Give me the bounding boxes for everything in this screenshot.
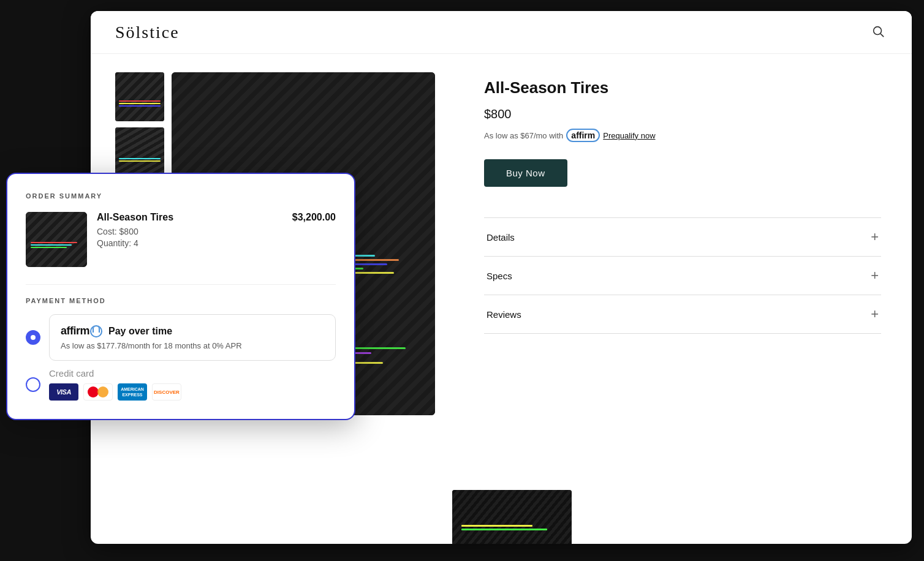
prequalify-link[interactable]: Prequalify now	[603, 131, 655, 140]
order-item-image	[26, 212, 87, 267]
affirm-monthly-text: As low as $177.78/month for 18 months at…	[61, 341, 324, 350]
svg-point-0	[874, 27, 882, 35]
accordion-reviews: Reviews +	[484, 295, 881, 334]
thumbnail-2[interactable]	[115, 127, 164, 176]
credit-card-option[interactable]: Credit card VISA AMERICANEXPRESS DISCOVE…	[26, 368, 336, 401]
affirm-radio-button[interactable]	[26, 330, 40, 345]
affirm-payment-option[interactable]: affirm Pay over time As low as $177.78/m…	[26, 314, 336, 361]
affirm-brand-logo: affirm	[61, 325, 102, 337]
affirm-circle-logo	[90, 325, 102, 337]
header: Sölstice	[91, 11, 912, 54]
order-item-info: All-Season Tires Cost: $800 Quantity: 4	[97, 212, 282, 250]
reviews-expand-icon: +	[871, 307, 879, 321]
product-title: All-Season Tires	[484, 78, 881, 97]
product-price: $800	[484, 107, 881, 121]
affirm-logo: affirm	[566, 129, 600, 142]
order-item-total: $3,200.00	[292, 212, 336, 223]
affirm-card-header: affirm Pay over time	[61, 325, 324, 337]
details-expand-icon: +	[871, 230, 879, 244]
affirm-prefix-text: As low as $67/mo with	[484, 131, 563, 140]
affirm-financing-line: As low as $67/mo with affirm Prequalify …	[484, 129, 881, 142]
reviews-label: Reviews	[487, 309, 521, 320]
bottom-tire-image	[452, 490, 572, 544]
reviews-accordion-header[interactable]: Reviews +	[484, 295, 881, 333]
pay-over-time-text: Pay over time	[108, 326, 172, 337]
site-logo: Sölstice	[115, 23, 180, 42]
accordion-details: Details +	[484, 218, 881, 257]
order-item-qty: Quantity: 4	[97, 238, 282, 248]
credit-card-label: Credit card	[49, 368, 181, 378]
credit-card-info: Credit card VISA AMERICANEXPRESS DISCOVE…	[49, 368, 181, 401]
visa-logo: VISA	[49, 383, 78, 401]
affirm-text: affirm	[61, 325, 89, 337]
payment-method-title: PAYMENT METHOD	[26, 297, 336, 304]
order-item-name: All-Season Tires	[97, 212, 282, 223]
amex-logo: AMERICANEXPRESS	[118, 383, 147, 401]
search-button[interactable]	[869, 22, 887, 42]
credit-card-radio-button[interactable]	[26, 377, 40, 392]
accordion-specs: Specs +	[484, 257, 881, 295]
discover-logo: DISCOVER	[152, 383, 181, 401]
mastercard-logo	[83, 383, 113, 401]
order-item: All-Season Tires Cost: $800 Quantity: 4 …	[26, 212, 336, 267]
buy-now-button[interactable]: Buy Now	[484, 159, 567, 187]
details-accordion-header[interactable]: Details +	[484, 218, 881, 256]
divider-1	[26, 284, 336, 285]
card-logos: VISA AMERICANEXPRESS DISCOVER	[49, 383, 181, 401]
search-icon	[871, 24, 885, 38]
order-summary-title: ORDER SUMMARY	[26, 192, 336, 200]
product-accordion: Details + Specs + Reviews +	[484, 217, 881, 334]
payment-options: affirm Pay over time As low as $177.78/m…	[26, 314, 336, 401]
specs-accordion-header[interactable]: Specs +	[484, 257, 881, 295]
order-item-cost: Cost: $800	[97, 227, 282, 236]
affirm-card: affirm Pay over time As low as $177.78/m…	[49, 314, 336, 361]
specs-label: Specs	[487, 271, 512, 281]
product-detail: All-Season Tires $800 As low as $67/mo w…	[453, 54, 912, 544]
order-summary-popup: ORDER SUMMARY All-Season Tires Cost: $80…	[6, 173, 355, 420]
details-label: Details	[487, 232, 515, 243]
specs-expand-icon: +	[871, 269, 879, 282]
thumbnail-1[interactable]	[115, 72, 164, 121]
svg-line-1	[880, 34, 884, 37]
